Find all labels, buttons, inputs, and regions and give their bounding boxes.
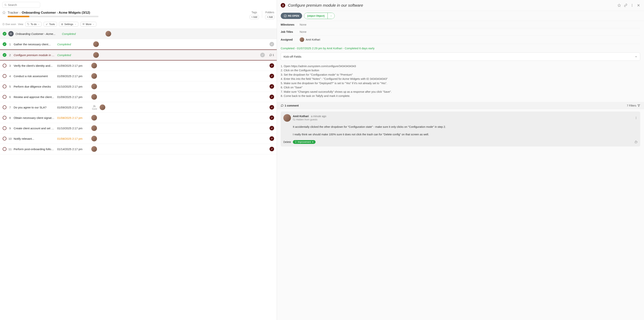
- avatar[interactable]: [91, 115, 97, 121]
- avatar[interactable]: [93, 52, 99, 58]
- avatar[interactable]: [100, 104, 105, 110]
- task-complete-badge[interactable]: [270, 84, 274, 89]
- tag-icon: [27, 23, 30, 26]
- svg-point-4: [62, 24, 62, 25]
- avatar[interactable]: [283, 114, 291, 122]
- task-complete-badge[interactable]: [270, 95, 274, 99]
- thumbs-up-icon[interactable]: [634, 140, 638, 144]
- guest-indicator[interactable]: Guest: [91, 105, 98, 110]
- check-done-icon[interactable]: [3, 42, 6, 46]
- comment-menu-icon[interactable]: [634, 116, 638, 119]
- avatar[interactable]: [91, 146, 97, 152]
- task-number: 7: [8, 106, 12, 109]
- check-open-icon[interactable]: [3, 85, 6, 88]
- tools-button[interactable]: Tools: [44, 22, 57, 27]
- avatar[interactable]: [91, 73, 97, 79]
- search-box[interactable]: [2, 2, 40, 8]
- assigned-name: Amit Kothari: [306, 38, 320, 41]
- svg-point-9: [10, 33, 10, 33]
- task-row[interactable]: 9Create client account and set up...01/1…: [0, 123, 277, 133]
- task-title: Perform post-onboarding follow...: [14, 147, 55, 151]
- avatar[interactable]: [91, 63, 97, 69]
- reopen-button[interactable]: RE-OPEN: [281, 13, 302, 19]
- tools-icon: [46, 23, 48, 26]
- check-open-icon[interactable]: [3, 64, 6, 68]
- task-complete-badge[interactable]: [270, 105, 274, 110]
- chevron-down-icon: [92, 23, 94, 25]
- remove-tag-icon[interactable]: ✕: [312, 141, 314, 143]
- guest-icon: [93, 105, 96, 108]
- todo-filter[interactable]: To do: [25, 22, 42, 27]
- delete-comment[interactable]: Delete: [283, 140, 291, 144]
- task-number: 6: [8, 95, 12, 99]
- avatar[interactable]: [91, 136, 97, 141]
- settings-button[interactable]: Settings: [59, 22, 78, 27]
- task-status: Completed: [62, 32, 90, 36]
- task-row[interactable]: 7Do you agree to our SLA?01/09/2025 2:17…: [0, 102, 277, 113]
- breadcrumb-root[interactable]: Tracker: [8, 11, 18, 15]
- avatar[interactable]: [106, 31, 111, 37]
- task-row[interactable]: 5Perform due diligence checks01/10/2025 …: [0, 81, 277, 92]
- filters-label[interactable]: 7 Filters: [627, 104, 636, 107]
- add-tag-button[interactable]: + Add: [250, 15, 259, 19]
- task-complete-badge[interactable]: [270, 42, 274, 47]
- more-menu-icon[interactable]: [630, 4, 634, 7]
- task-complete-badge[interactable]: [270, 147, 274, 151]
- avatar[interactable]: [91, 84, 97, 89]
- check-done-icon[interactable]: [3, 32, 6, 36]
- check-open-icon[interactable]: [3, 74, 6, 78]
- task-complete-badge[interactable]: [270, 136, 274, 141]
- add-folder-button[interactable]: + Add: [265, 15, 274, 19]
- avatar[interactable]: [300, 37, 304, 42]
- close-icon[interactable]: [637, 4, 640, 7]
- check-open-icon[interactable]: [3, 137, 6, 140]
- filter-icon[interactable]: [637, 104, 640, 107]
- more-button[interactable]: More: [80, 22, 96, 27]
- check-open-icon[interactable]: [3, 95, 6, 99]
- task-row[interactable]: 3Verify the client's identity and...01/0…: [0, 61, 277, 71]
- task-status: Completed: [57, 54, 86, 57]
- task-row[interactable]: 8Obtain necessary client signatures01/08…: [0, 113, 277, 123]
- search-input[interactable]: [8, 3, 38, 7]
- task-date: 01/09/2025 2:17 pm: [57, 75, 90, 78]
- check-open-icon[interactable]: [3, 105, 6, 109]
- link-icon[interactable]: [624, 4, 627, 7]
- check-open-icon[interactable]: [3, 126, 6, 130]
- task-number: 11: [8, 147, 12, 151]
- task-complete-badge[interactable]: [260, 53, 265, 57]
- comment-dropdown[interactable]: [328, 13, 334, 19]
- kickoff-fields[interactable]: Kick-off Fields: [281, 53, 640, 61]
- task-row[interactable]: 11Perform post-onboarding follow...01/14…: [0, 144, 277, 154]
- avatar[interactable]: [91, 94, 97, 100]
- task-title: Perform due diligence checks: [14, 85, 55, 88]
- task-complete-badge[interactable]: [270, 126, 274, 130]
- view-toggle[interactable]: View: [18, 23, 23, 26]
- task-row[interactable]: 6Review and approve the client...01/09/2…: [0, 92, 277, 102]
- gear-icon: [61, 23, 63, 26]
- check-open-icon[interactable]: [3, 116, 6, 120]
- due-soon[interactable]: Due soon: [2, 23, 16, 26]
- task-row[interactable]: 1Gather the necessary client...Completed: [0, 39, 277, 50]
- star-icon[interactable]: [618, 4, 621, 7]
- task-complete-badge[interactable]: [270, 63, 274, 68]
- star-icon[interactable]: [2, 11, 6, 14]
- avatar[interactable]: [91, 125, 97, 131]
- task-complete-badge[interactable]: [270, 115, 274, 120]
- comment-count[interactable]: 1: [269, 54, 274, 57]
- task-header-row[interactable]: Onboarding Customer - Acme... Completed: [0, 29, 277, 39]
- comment-button[interactable]: [object Object]: [304, 13, 328, 19]
- instruction-line: 4. Enter this into the field "Notes" - "…: [281, 77, 640, 81]
- task-complete-badge[interactable]: [270, 74, 274, 78]
- check-done-icon[interactable]: [3, 53, 6, 57]
- task-row[interactable]: 4Conduct a risk assessment01/09/2025 2:1…: [0, 71, 277, 81]
- task-row[interactable]: 10Notify relevant...01/08/2025 2:17 pm: [0, 133, 277, 144]
- svg-point-0: [5, 4, 6, 5]
- check-open-icon[interactable]: [3, 147, 6, 151]
- instruction-line: 2. Click on the Configure button: [281, 68, 640, 72]
- svg-point-18: [632, 6, 632, 7]
- improvement-tag[interactable]: Improvement ✕: [293, 140, 315, 144]
- assigned-key: Assigned: [281, 38, 300, 41]
- svg-point-17: [632, 5, 632, 6]
- task-row[interactable]: 2Configure premium module in o...Complet…: [0, 50, 277, 61]
- avatar[interactable]: [93, 41, 99, 47]
